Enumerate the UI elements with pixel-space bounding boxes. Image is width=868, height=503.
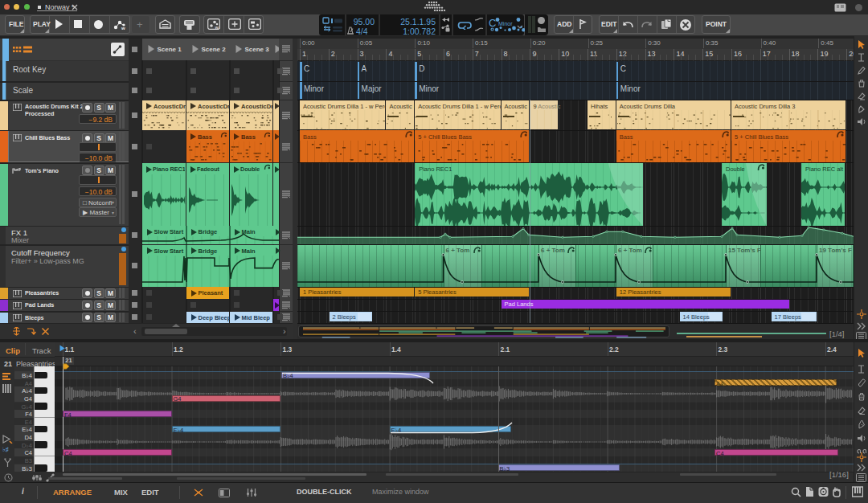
svg-text:w: w [215, 25, 219, 30]
svg-text:w: w [121, 26, 125, 31]
